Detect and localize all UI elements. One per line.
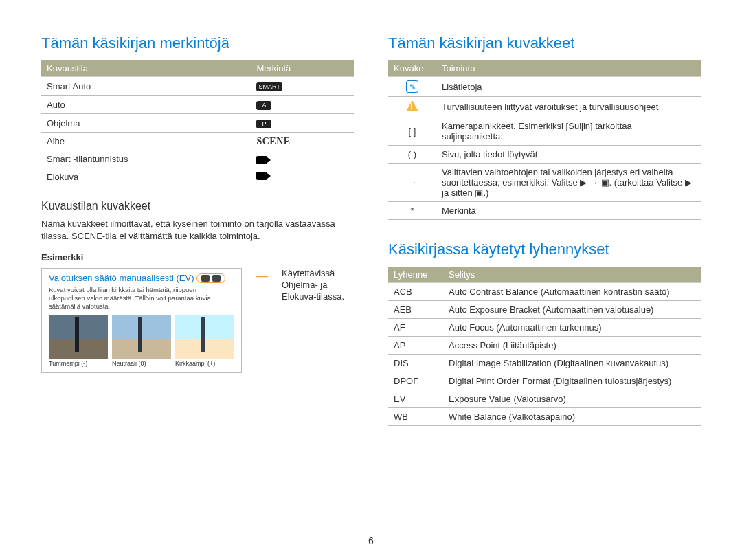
left-column: Tämän käsikirjan merkintöjä Kuvaustila M… <box>41 34 354 426</box>
table-row: Lisätietoja <box>388 77 701 97</box>
abbrev-table-header-abbr: Lyhenne <box>388 267 443 283</box>
abbrev: AP <box>388 337 443 355</box>
abbrev-desc: Auto Exposure Bracket (Automaattinen val… <box>443 301 701 319</box>
abbrev: AF <box>388 319 443 337</box>
icon-desc: Lisätietoja <box>436 77 701 97</box>
body-text-mode-icons: Nämä kuvakkeet ilmoittavat, että kyseine… <box>41 218 354 243</box>
mode-label: Aihe <box>41 133 251 150</box>
abbrev-table-header-desc: Selitys <box>443 267 701 283</box>
abbrev-desc: Exposure Value (Valotusarvo) <box>443 390 701 408</box>
brackets-icon: [ ] <box>388 117 436 146</box>
thumb-neutral <box>112 315 171 359</box>
callout-text: Käytettävissä Ohjelma- ja Elokuva-tilass… <box>282 268 354 303</box>
thumb-label: Kirkkaampi (+) <box>175 360 215 367</box>
example-title: Valotuksen säätö manuaalisesti (EV) <box>49 273 194 283</box>
icon-desc: Merkintä <box>436 202 701 220</box>
table-row: APAccess Point (Liitäntäpiste) <box>388 337 701 355</box>
mode-label: Ohjelma <box>41 114 251 133</box>
mode-table-header-mode: Kuvaustila <box>41 60 251 77</box>
icons-table-header-icon: Kuvake <box>388 60 436 77</box>
abbrev: DIS <box>388 355 443 372</box>
abbrev: EV <box>388 390 443 408</box>
icon-desc: Sivu, jolta tiedot löytyvät <box>436 146 701 164</box>
warning-icon <box>406 100 418 111</box>
list-item: Kirkkaampi (+) <box>175 315 234 367</box>
list-item: Tummempi (-) <box>49 315 108 367</box>
movie-mode-icon <box>212 275 221 282</box>
table-row: DPOFDigital Print Order Format (Digitaal… <box>388 372 701 390</box>
mode-label: Smart Auto <box>41 77 251 96</box>
callout-leader-line: — <box>256 268 268 282</box>
table-row: [ ] Kamerapainikkeet. Esimerkiksi [Sulji… <box>388 117 701 146</box>
thumb-brighter <box>175 315 234 359</box>
thumb-label: Tummempi (-) <box>49 360 87 367</box>
section-title-icons: Tämän käsikirjan kuvakkeet <box>388 34 701 52</box>
abbrev-table: Lyhenne Selitys ACBAuto Contrast Balance… <box>388 267 701 426</box>
section-title-abbrev: Käsikirjassa käytetyt lyhennykset <box>388 240 701 258</box>
mode-label: Smart -tilantunnistus <box>41 150 251 168</box>
table-row: Elokuva <box>41 168 354 186</box>
table-row: Turvallisuuteen liittyvät varoitukset ja… <box>388 97 701 117</box>
abbrev: ACB <box>388 283 443 301</box>
abbrev-desc: Auto Focus (Automaattinen tarkennus) <box>443 319 701 337</box>
mode-label: Elokuva <box>41 168 251 186</box>
camera-auto-icon: A <box>256 101 271 110</box>
table-row: DISDigital Image Stabilization (Digitaal… <box>388 355 701 372</box>
mode-table-header-mark: Merkintä <box>251 60 354 77</box>
abbrev-desc: Access Point (Liitäntäpiste) <box>443 337 701 355</box>
abbrev-desc: Digital Image Stabilization (Digitaaline… <box>443 355 701 372</box>
mode-table: Kuvaustila Merkintä Smart Auto SMART Aut… <box>41 60 354 186</box>
section-title-notations: Tämän käsikirjan merkintöjä <box>41 34 354 52</box>
table-row: AEBAuto Exposure Bracket (Automaattinen … <box>388 301 701 319</box>
icon-desc: Turvallisuuteen liittyvät varoitukset ja… <box>436 97 701 117</box>
icons-table: Kuvake Toiminto Lisätietoja Turvallisuut… <box>388 60 701 220</box>
example-box: Valotuksen säätö manuaalisesti (EV) Kuva… <box>41 268 242 373</box>
example-label: Esimerkki <box>41 252 354 262</box>
example-description: Kuvat voivat olla liian kirkkaita tai hä… <box>49 286 234 311</box>
thumb-darker <box>49 315 108 359</box>
abbrev: DPOF <box>388 372 443 390</box>
video-smart-icon <box>256 156 267 164</box>
list-item: Neutraali (0) <box>112 315 171 367</box>
icons-table-header-func: Toiminto <box>436 60 701 77</box>
table-row: ( ) Sivu, jolta tiedot löytyvät <box>388 146 701 164</box>
abbrev: AEB <box>388 301 443 319</box>
abbrev-desc: Auto Contrast Balance (Automaattinen kon… <box>443 283 701 301</box>
table-row: EVExposure Value (Valotusarvo) <box>388 390 701 408</box>
example-thumbnails: Tummempi (-) Neutraali (0) Kirkkaampi (+… <box>49 315 234 367</box>
parens-icon: ( ) <box>388 146 436 164</box>
table-row: Smart -tilantunnistus <box>41 150 354 168</box>
mode-badge <box>196 273 225 283</box>
subsection-title-mode-icons: Kuvaustilan kuvakkeet <box>41 200 354 212</box>
mode-label: Auto <box>41 96 251 114</box>
camera-program-icon: P <box>256 120 271 128</box>
table-row: ACBAuto Contrast Balance (Automaattinen … <box>388 283 701 301</box>
arrow-icon: → <box>388 164 436 202</box>
page-number: 6 <box>368 535 374 546</box>
asterisk-icon: * <box>388 202 436 220</box>
table-row: WBWhite Balance (Valkotasapaino) <box>388 408 701 426</box>
program-mode-icon <box>201 275 210 282</box>
table-row: Auto A <box>41 96 354 114</box>
table-row: * Merkintä <box>388 202 701 220</box>
right-column: Tämän käsikirjan kuvakkeet Kuvake Toimin… <box>388 34 701 426</box>
table-row: Ohjelma P <box>41 114 354 133</box>
abbrev-desc: Digital Print Order Format (Digitaalinen… <box>443 372 701 390</box>
abbrev: WB <box>388 408 443 426</box>
camera-smart-icon: SMART <box>256 82 282 91</box>
table-row: AFAuto Focus (Automaattinen tarkennus) <box>388 319 701 337</box>
thumb-label: Neutraali (0) <box>112 360 146 367</box>
table-row: → Valittavien vaihtoehtojen tai valikoid… <box>388 164 701 202</box>
icon-desc: Valittavien vaihtoehtojen tai valikoiden… <box>436 164 701 202</box>
icon-desc: Kamerapainikkeet. Esimerkiksi [Suljin] t… <box>436 117 701 146</box>
abbrev-desc: White Balance (Valkotasapaino) <box>443 408 701 426</box>
example-wrapper: Valotuksen säätö manuaalisesti (EV) Kuva… <box>41 268 354 373</box>
table-row: Smart Auto SMART <box>41 77 354 96</box>
table-row: Aihe SCENE <box>41 133 354 150</box>
video-icon <box>256 172 267 180</box>
info-icon <box>406 80 418 93</box>
scene-icon: SCENE <box>256 137 290 146</box>
